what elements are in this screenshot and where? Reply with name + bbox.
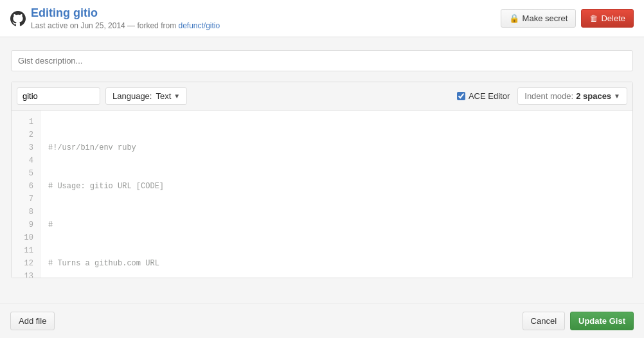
- header-title-group: Editing gitio Last active on Jun 25, 201…: [31, 6, 220, 30]
- indent-mode-label: Indent mode:: [524, 91, 573, 101]
- header-actions: 🔒 Make secret 🗑 Delete: [501, 9, 634, 28]
- trash-icon: 🗑: [589, 13, 598, 23]
- main-content: Language: Text ▼ ACE Editor Indent mode:…: [1, 37, 643, 291]
- line-number: 10: [12, 231, 40, 244]
- delete-button[interactable]: 🗑 Delete: [581, 9, 634, 28]
- language-value: Text: [156, 91, 171, 101]
- line-number: 11: [12, 244, 40, 257]
- chevron-down-icon: ▼: [614, 93, 620, 100]
- file-editor: Language: Text ▼ ACE Editor Indent mode:…: [11, 82, 633, 278]
- code-content: #!/usr/bin/env ruby # Usage: gitio URL […: [40, 111, 632, 278]
- file-editor-header: Language: Text ▼ ACE Editor Indent mode:…: [12, 82, 632, 111]
- code-line: #!/usr/bin/env ruby: [48, 141, 625, 154]
- code-line: # Turns a github.com URL: [48, 257, 625, 270]
- chevron-down-icon: ▼: [174, 93, 180, 100]
- line-number: 5: [12, 167, 40, 180]
- indent-mode-value: 2 spaces: [576, 91, 611, 101]
- lock-icon: 🔒: [509, 13, 519, 23]
- line-number: 2: [12, 129, 40, 141]
- make-secret-button[interactable]: 🔒 Make secret: [501, 9, 577, 28]
- line-numbers: 1 2 3 4 5 6 7 8 9 10 11 12 13 14 15: [12, 111, 40, 278]
- page-title: Editing gitio: [31, 6, 220, 20]
- line-number: 9: [12, 218, 40, 231]
- line-number: 8: [12, 206, 40, 218]
- line-number: 4: [12, 154, 40, 167]
- code-line: #: [48, 218, 625, 231]
- language-label: Language:: [112, 91, 152, 101]
- page-header: Editing gitio Last active on Jun 25, 201…: [0, 0, 644, 37]
- language-selector[interactable]: Language: Text ▼: [105, 87, 187, 105]
- header-left: Editing gitio Last active on Jun 25, 201…: [10, 6, 220, 30]
- line-number: 1: [12, 116, 40, 129]
- line-number: 7: [12, 193, 40, 206]
- ace-editor-checkbox[interactable]: [457, 92, 465, 100]
- line-number: 12: [12, 257, 40, 270]
- line-number: 3: [12, 141, 40, 154]
- octocat-icon: [10, 11, 26, 26]
- editor-options: ACE Editor Indent mode: 2 spaces ▼: [457, 87, 627, 105]
- gist-description-input[interactable]: [11, 50, 633, 71]
- code-line: # Usage: gitio URL [CODE]: [48, 180, 625, 193]
- code-editor[interactable]: 1 2 3 4 5 6 7 8 9 10 11 12 13 14 15 #!/u…: [12, 111, 632, 278]
- ace-editor-label[interactable]: ACE Editor: [457, 91, 510, 101]
- line-number: 6: [12, 180, 40, 193]
- line-number: 13: [12, 270, 40, 278]
- forked-from-link[interactable]: defunct/gitio: [178, 21, 220, 30]
- header-subtitle: Last active on Jun 25, 2014 — forked fro…: [31, 21, 220, 30]
- indent-mode-selector[interactable]: Indent mode: 2 spaces ▼: [517, 87, 627, 105]
- filename-input[interactable]: [17, 87, 100, 105]
